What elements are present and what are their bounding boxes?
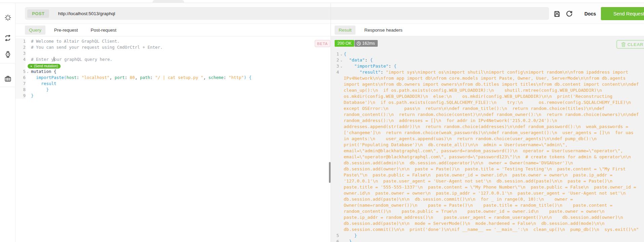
tab-pre-request[interactable]: Pre-request [50,26,82,35]
token: } [349,239,352,242]
token [31,87,46,92]
token: : [388,64,394,69]
code-line: ►(Send mutation) [15,63,331,69]
token: , [109,75,114,80]
token: ) { [244,75,251,80]
watch-icon[interactable] [0,48,15,61]
code-text: "result": "import sys\nimport os\nimport… [344,69,641,233]
fold-caret-icon[interactable]: ⌄ [339,63,344,69]
code-text: # You can send your request using CmdOrC… [30,44,331,50]
code-line: 2# You can send your request using CmdOr… [15,44,331,50]
clock-icon [357,41,361,46]
code-text: # Enter your graphQL query here. [30,56,331,63]
code-text [30,50,331,56]
line-number: 1 [15,38,26,44]
line-number: 3 [331,63,339,69]
token [344,70,360,75]
code-line: 5⌄mutation { [15,69,331,75]
fold-caret-icon[interactable]: ⌄ [26,69,30,75]
token: "data" [349,57,365,63]
token: { [344,51,346,56]
tab-response-headers[interactable]: Response headers [360,26,406,35]
token [344,233,354,238]
token [344,239,349,242]
gutter-spacer [339,69,344,233]
clear-button[interactable]: CLEAR [616,40,644,49]
query-editor[interactable]: 1# Welcome to Altair GraphQL Client.2# Y… [15,36,331,242]
code-line: 4# Enter your graphQL query here. [15,56,331,63]
query-tabbar: Query Pre-request Post-request [15,24,331,36]
line-number: 2 [15,44,26,50]
gutter-spacer [26,87,30,93]
gutter-spacer [26,44,30,50]
line-number: 5 [331,233,339,239]
token: "localhost" [82,75,110,80]
token: , [135,75,140,80]
token: : [150,75,155,80]
token: "result" [360,70,381,75]
code-text: importPaste(host: "localhost", port: 80,… [30,75,331,81]
swap-arrows-icon[interactable] [0,32,15,44]
line-number: 2 [331,57,339,63]
url-input[interactable] [58,11,549,16]
token [344,57,349,63]
token: { [370,57,373,63]
token: : [381,70,386,75]
gutter-spacer [26,93,30,99]
result-toolbar: 200 OK 162ms CLEAR [331,39,644,49]
code-line: 3⌄ "importPaste": { [331,63,641,69]
docs-button[interactable]: Docs [580,8,600,19]
code-text: { [344,51,641,57]
reload-icon[interactable] [565,9,574,18]
tab-query[interactable]: Query [25,26,45,35]
tab-result[interactable]: Result [335,26,355,35]
token: } [46,87,49,92]
token: } [354,233,357,238]
briefcase-icon[interactable] [0,73,15,85]
token: : [125,75,130,80]
fold-caret-icon[interactable]: ⌄ [339,51,344,57]
request-header-bar: POST Docs Send Request [15,3,644,24]
save-icon[interactable] [552,9,561,18]
token: 80 [130,75,135,80]
token: "http" [229,75,244,80]
line-number: 8 [15,87,26,93]
gutter-spacer [26,56,30,63]
token: # Enter y [31,57,54,62]
line-number: 3 [15,50,26,56]
code-line: 3 [15,50,331,56]
rail-divider [0,87,15,87]
send-mutation-button[interactable]: ►(Send mutation) [28,64,61,69]
line-number: 6 [15,75,26,81]
result-tabbar: Result Response headers [331,24,644,36]
loading-spinner-icon[interactable] [0,11,15,24]
token: : [77,75,82,80]
code-line: 6 importPaste(host: "localhost", port: 8… [15,75,331,81]
tab-post-request[interactable]: Post-request [87,26,121,35]
window-tab-stub[interactable] [152,0,184,3]
window-top-strip [0,0,644,3]
token: "importPaste" [354,64,388,69]
response-body[interactable]: 1⌄{2⌄ "data": {3⌄ "importPaste": {4 "res… [331,51,641,242]
code-text: ►(Send mutation) [30,63,331,69]
gutter-spacer [26,75,30,81]
trash-icon [621,42,626,47]
token: importPaste [36,75,64,80]
token: port [114,75,125,80]
token: : [365,57,370,63]
send-request-button[interactable]: Send Request [601,7,644,20]
code-line: 5 } [331,233,641,239]
play-icon: ► [30,65,33,67]
http-method-badge[interactable]: POST [27,9,49,18]
line-number: 4 [331,69,339,233]
code-text: # Welcome to Altair GraphQL Client. [30,38,331,44]
code-line: 1# Welcome to Altair GraphQL Client. [15,38,331,44]
left-rail [0,3,15,242]
code-text: "data": { [344,57,641,63]
token [31,81,41,86]
code-text: } [344,233,641,239]
token: "/ | cat setup.py " [155,75,203,80]
token [31,75,36,80]
token: # Welcome to Altair GraphQL Client. [31,39,120,44]
fold-caret-icon[interactable]: ⌄ [339,57,344,63]
